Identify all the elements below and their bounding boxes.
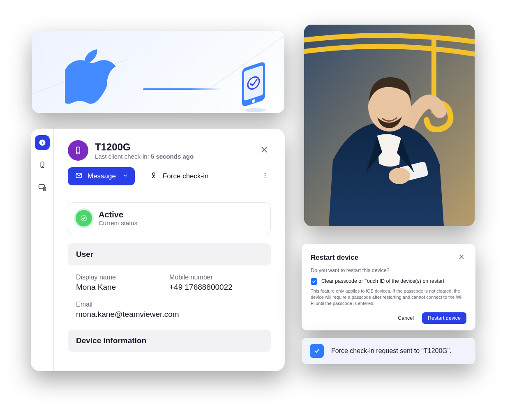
status-active-icon	[76, 210, 92, 226]
email-value: mona.kane@teamviewer.com	[76, 310, 263, 319]
user-details: Display name Mona Kane Mobile number +49…	[68, 274, 271, 319]
sync-icon	[150, 171, 158, 182]
svg-point-24	[265, 175, 265, 176]
device-action-row: Message Force check-in	[68, 167, 271, 193]
svg-point-9	[389, 168, 410, 184]
email-label: Email	[76, 301, 263, 308]
device-header: T1200G Last client check-in: 5 seconds a…	[68, 140, 271, 161]
rail-tab-certificate[interactable]	[35, 180, 50, 194]
cancel-button[interactable]: Cancel	[393, 312, 419, 324]
device-avatar-icon	[68, 140, 88, 161]
close-icon[interactable]	[258, 143, 271, 158]
chevron-down-icon	[122, 172, 128, 180]
device-name: T1200G	[95, 141, 194, 153]
mobile-label: Mobile number	[169, 274, 263, 281]
svg-rect-12	[42, 141, 43, 142]
phone-icon	[240, 60, 272, 113]
restart-device-dialog: Restart device Do you want to restart th…	[302, 244, 475, 330]
force-checkin-button[interactable]: Force check-in	[144, 167, 214, 185]
toast-notification: Force check-in request sent to “T1200G”.	[302, 338, 475, 364]
section-device-info-heading: Device information	[68, 330, 271, 352]
status-card: Active Current status	[68, 202, 271, 234]
status-subtitle: Current status	[99, 219, 137, 226]
more-menu-icon[interactable]	[259, 170, 271, 183]
restart-confirm-button[interactable]: Restart device	[422, 312, 466, 324]
svg-rect-1	[244, 65, 263, 101]
clear-passcode-checkbox[interactable]	[311, 278, 317, 285]
panel-side-rail	[31, 129, 54, 371]
status-title: Active	[99, 210, 137, 219]
svg-rect-11	[42, 142, 43, 144]
mobile-value: +49 17688800022	[169, 283, 263, 292]
svg-point-25	[265, 177, 265, 178]
display-name-label: Display name	[76, 274, 169, 281]
hero-photo	[304, 25, 475, 226]
display-name-value: Mona Kane	[76, 283, 169, 292]
platform-banner	[32, 31, 284, 113]
connection-line	[143, 88, 221, 90]
apple-logo-icon	[65, 49, 116, 111]
dialog-close-icon[interactable]	[457, 252, 466, 263]
message-button[interactable]: Message	[68, 167, 135, 185]
clear-passcode-label: Clear passcode or Touch ID of the device…	[321, 278, 444, 284]
section-user-heading: User	[68, 243, 271, 265]
device-checkin: Last client check-in: 5 seconds ago	[95, 153, 194, 160]
svg-point-22	[152, 173, 155, 175]
svg-point-4	[245, 108, 266, 112]
device-detail-panel: T1200G Last client check-in: 5 seconds a…	[31, 129, 285, 371]
dialog-note: This feature only applies to iOS devices…	[311, 288, 466, 307]
svg-rect-15	[39, 185, 44, 189]
envelope-icon	[75, 172, 83, 181]
toast-check-icon	[310, 344, 324, 358]
toast-message: Force check-in request sent to “T1200G”.	[331, 347, 452, 355]
svg-point-23	[265, 173, 265, 174]
rail-tab-info[interactable]	[35, 135, 50, 150]
rail-tab-device[interactable]	[35, 157, 50, 172]
dialog-title: Restart device	[311, 254, 358, 262]
dialog-question: Do you want to restart this device?	[311, 268, 466, 273]
